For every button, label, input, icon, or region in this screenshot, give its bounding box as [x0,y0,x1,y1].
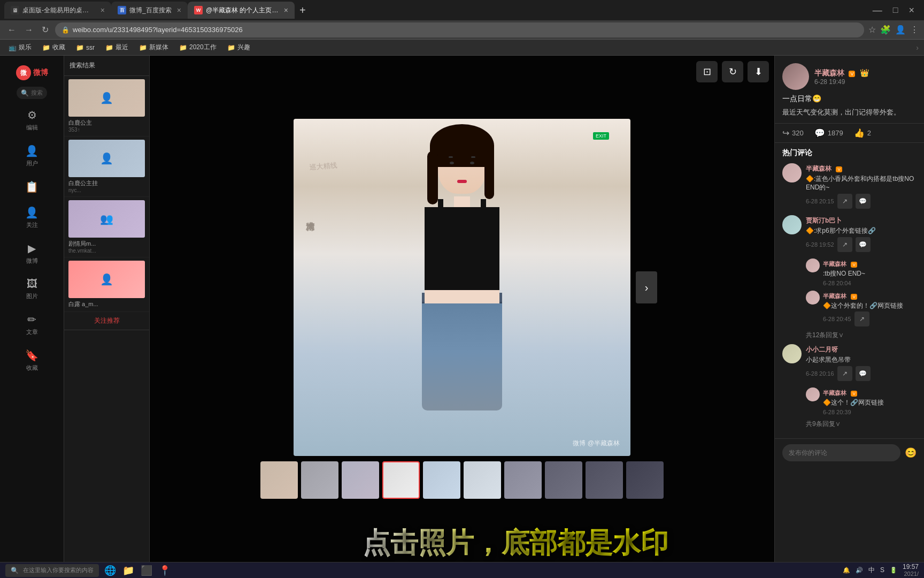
comment-stat[interactable]: 💬 1879 [814,128,843,138]
time-text-2: 6-28 19:52 [806,241,834,248]
sub-username-1: 半藏森林 [823,261,846,267]
refresh-button[interactable]: ↻ [40,22,51,37]
comment-count: 1879 [828,129,843,137]
bookmark-star-icon[interactable]: ☆ [868,25,876,35]
sub-comment-content-2: 半藏森林 V 🔶这个外套的！🔗网页链接 6-28 20:45 ↗ [806,291,917,327]
maximize-btn[interactable]: □ [893,5,898,15]
bookmark-entertainment[interactable]: 📺 娱乐 [5,42,35,53]
thumb-1[interactable] [260,461,298,499]
comment-forward-1[interactable]: ↗ [837,194,852,209]
bookmark-work-icon: 📁 [179,44,187,51]
thumb-5[interactable] [423,461,460,499]
sidebar-item-weibo[interactable]: ▶ 微博 [0,238,64,269]
image-viewer: ⊡ ↻ ⬇ [150,56,774,562]
post-avatar[interactable] [782,63,809,90]
download-button[interactable]: ⬇ [748,61,769,82]
close-btn[interactable]: × [908,5,914,16]
bookmark-2020work[interactable]: 📁 2020工作 [176,42,220,53]
tab-favicon-2: 百 [118,6,126,14]
comment-avatar-2[interactable] [782,215,802,234]
thumb-6[interactable] [464,461,501,499]
comment-2: 贾斯汀b巴卜 🔶:求p6那个外套链接🔗 6-28 19:52 ↗ 💬 [782,215,917,252]
comment-reply-3[interactable]: 💬 [856,366,871,381]
thumb-3[interactable] [342,461,379,499]
tab-2[interactable]: 百 微博_百度搜索 × [111,2,188,19]
tab-close-3[interactable]: × [284,6,288,14]
sidebar-item-collect[interactable]: 🔖 收藏 [0,345,64,376]
weibo-logo[interactable]: 微 微博 [16,61,48,85]
thumb-10[interactable] [626,461,664,499]
sidebar-user-label: 用户 [26,159,38,168]
extension-icon[interactable]: 🧩 [880,25,891,35]
sidebar-item-edit[interactable]: ⚙ 编辑 [0,104,64,136]
comment-forward-2[interactable]: ↗ [837,237,852,252]
sidebar-item-list[interactable]: 📋 [0,176,64,197]
comment-avatar-3[interactable] [782,344,802,363]
result-item-3[interactable]: 👥 剧情局m... the.vmkat... [64,197,149,257]
follow-btn[interactable]: 关注推荐 [64,312,149,330]
new-tab-button[interactable]: + [295,2,311,18]
menu-icon[interactable]: ⋮ [910,25,919,35]
sidebar-item-follow[interactable]: 👤 关注 [0,202,64,233]
thumb-7[interactable] [504,461,542,499]
comment-reply-1[interactable]: 💬 [856,194,871,209]
search-header-text: 搜索结果 [70,62,95,69]
comment-reply-2[interactable]: 💬 [856,237,871,252]
post-time: 6-28 19:49 [814,78,917,86]
tab-1[interactable]: 🖥 桌面版-全能易用的桌面端多... × [4,2,111,19]
sub-time-1: 6-28 20:04 [823,280,865,286]
bookmark-interests[interactable]: 📁 兴趣 [224,42,253,53]
taskbar-location-icon[interactable]: 📍 [159,565,171,576]
post-primary-text: 一点日常😁 [782,94,917,104]
bookmark-newmedia[interactable]: 📁 新媒体 [136,42,172,53]
result-item-2[interactable]: 👤 白鹿公主挂 nyc... [64,136,149,197]
head [438,135,486,194]
taskbar-terminal-icon[interactable]: ⬛ [141,565,152,576]
url-field[interactable]: 🔒 weibo.com/u/2331498495?layerid=4653150… [55,22,864,37]
thumb-8[interactable] [545,461,582,499]
sidebar-item-image[interactable]: 🖼 图片 [0,273,64,305]
bookmark-recent[interactable]: 📁 最近 [102,42,132,53]
tab-3[interactable]: W @半藏森林 的个人主页 - 微博 × [188,2,295,19]
main-image[interactable]: 博大精准 巡大精线 EXIT 微博 @半藏森林 [294,119,630,456]
forward-stat[interactable]: ↪ 320 [782,128,804,138]
taskbar-time: 19:57 [903,563,919,571]
sidebar-item-article[interactable]: ✏ 文章 [0,309,64,340]
eye-left [450,162,454,164]
thumb-4-active[interactable] [382,461,420,499]
refresh-image-button[interactable]: ↻ [722,61,743,82]
lips [457,180,467,183]
profile-icon[interactable]: 👤 [895,25,906,35]
result-item-1[interactable]: 👤 白鹿公主 353↑ [64,76,149,136]
minimize-btn[interactable]: — [873,5,882,16]
expand-replies-3[interactable]: 共9条回复∨ [806,420,917,429]
result-item-4[interactable]: 👤 白露 a_m... [64,257,149,312]
bookmark-favorites[interactable]: 📁 收藏 [39,42,68,53]
taskbar-search-bar[interactable]: 🔍 在这里输入你要搜索的内容 [5,564,99,577]
screenshot-button[interactable]: ⊡ [696,61,718,82]
back-button[interactable]: ← [5,23,18,37]
taskbar-files-icon[interactable]: 📁 [122,565,134,576]
tab-close-2[interactable]: × [177,6,181,14]
tab-close-1[interactable]: × [101,6,105,14]
like-stat[interactable]: 👍 2 [854,128,871,138]
next-image-button[interactable]: › [636,271,657,303]
taskbar-ime-icon[interactable]: 中 [868,566,875,575]
taskbar-chrome-icon[interactable]: 🌐 [104,565,116,576]
post-detail-panel: 半藏森林 V 👑 6-28 19:49 一点日常😁 最近天气变化莫测，出门记得带… [774,56,924,562]
search-label: 搜索 [31,89,43,97]
weibo-sidebar: 微 微博 🔍 搜索 ⚙ 编辑 👤 用户 📋 👤 关注 ▶ [0,56,64,562]
thumb-2[interactable] [301,461,338,499]
weibo-search-bar[interactable]: 🔍 搜索 [17,87,47,99]
thumb-9[interactable] [586,461,623,499]
sidebar-item-user[interactable]: 👤 用户 [0,140,64,172]
send-comment-icon[interactable]: 😊 [905,447,917,459]
forward-button[interactable]: → [22,23,35,37]
sub-forward-2[interactable]: ↗ [854,311,869,326]
comment-field[interactable] [782,444,900,461]
bookmark-ssr[interactable]: 📁 ssr [73,43,98,52]
comment-avatar-1[interactable] [782,163,802,182]
bookmarks-more-icon[interactable]: › [916,43,919,52]
comment-forward-3[interactable]: ↗ [837,366,852,381]
expand-replies-2[interactable]: 共12条回复∨ [806,331,917,340]
